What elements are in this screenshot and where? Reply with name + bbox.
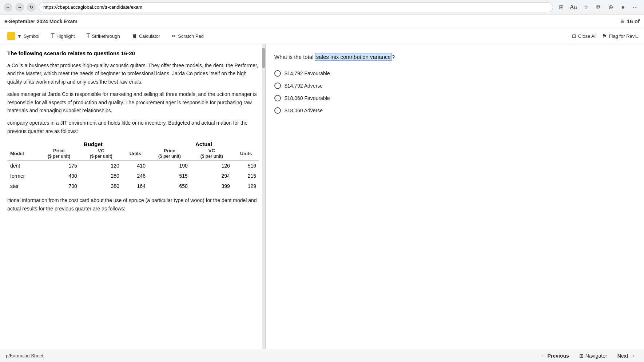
row1-a-price: 190: [148, 161, 191, 171]
strikethrough-icon: T: [87, 33, 90, 39]
data-table: Budget Actual Model Price($ per unit) VC…: [7, 140, 259, 191]
row3-a-units: 129: [233, 181, 259, 191]
question-text: What is the total sales mix contribution…: [274, 53, 635, 61]
col-a-price: Price($ per unit): [148, 148, 191, 161]
scenario-para-1: a Co is a business that produces high-qu…: [7, 61, 259, 86]
right-panel: What is the total sales mix contribution…: [266, 44, 644, 349]
scrollbar-track[interactable]: [262, 44, 265, 349]
symbol-box: [7, 32, 15, 40]
previous-button[interactable]: ← Previous: [538, 351, 572, 360]
option-3-label: $18,060 Favourable: [285, 95, 330, 101]
row1-b-vc: 120: [80, 161, 122, 171]
row1-model: dent: [7, 161, 38, 171]
row3-model: ster: [7, 181, 38, 191]
col-a-vc: VC($ per unit): [191, 148, 233, 161]
col-b-vc: VC($ per unit): [80, 148, 122, 161]
translate-icon[interactable]: ⊞: [556, 2, 566, 12]
table-row: ster 700 380 164 650 399 129: [7, 181, 259, 191]
collections-icon[interactable]: ⧉: [593, 2, 603, 12]
forward-button[interactable]: →: [15, 3, 24, 12]
row3-b-units: 164: [122, 181, 148, 191]
symbol-tool[interactable]: ▼ Symbol: [4, 31, 42, 41]
radio-opt3[interactable]: [274, 95, 281, 101]
close-all-icon: ⊡: [572, 33, 576, 39]
row1-a-units: 516: [233, 161, 259, 171]
refresh-button[interactable]: ↻: [27, 3, 36, 12]
col-model: Model: [7, 148, 38, 161]
budget-group-header: Budget: [38, 140, 148, 148]
formulae-link[interactable]: p/Formulae Sheet: [6, 353, 43, 358]
exam-header: e-September 2024 Mock Exam 🖥 16 of: [0, 15, 644, 28]
table-row: former 490 280 246 515 294 215: [7, 171, 259, 181]
highlight-tool[interactable]: T Highlight: [48, 31, 77, 41]
row3-a-price: 650: [148, 181, 191, 191]
previous-arrow-icon: ←: [541, 353, 546, 359]
row3-b-price: 700: [38, 181, 80, 191]
option-2[interactable]: $14,792 Adverse: [274, 83, 635, 89]
flag-icon: ⚑: [602, 33, 607, 39]
star-icon[interactable]: ☆: [581, 2, 591, 12]
option-2-label: $14,792 Adverse: [285, 83, 323, 89]
calculator-tool[interactable]: 🖩 Calculator: [129, 32, 163, 41]
nav-buttons: ← Previous ⊞ Navigator Next →: [538, 351, 638, 360]
main-content: The following scenario relates to questi…: [0, 44, 644, 349]
next-arrow-icon: →: [630, 353, 635, 359]
option-3[interactable]: $18,060 Favourable: [274, 95, 635, 101]
row2-b-vc: 280: [80, 171, 122, 181]
row3-a-vc: 399: [191, 181, 233, 191]
option-1-label: $14,792 Favourable: [285, 71, 330, 76]
menu-icon[interactable]: ···: [630, 2, 640, 12]
actual-group-header: Actual: [148, 140, 259, 148]
next-button[interactable]: Next →: [615, 351, 638, 360]
table-row: dent 175 120 410 190 126 516: [7, 161, 259, 171]
row2-a-vc: 294: [191, 171, 233, 181]
left-panel: The following scenario relates to questi…: [0, 44, 266, 349]
radio-opt1[interactable]: [274, 70, 281, 77]
option-1[interactable]: $14,792 Favourable: [274, 70, 635, 77]
grid-icon: ⊞: [579, 353, 584, 359]
row2-b-units: 246: [122, 171, 148, 181]
exam-title: e-September 2024 Mock Exam: [4, 19, 77, 24]
option-4-label: $18,060 Adverse: [285, 108, 323, 113]
highlight-icon: T: [51, 33, 55, 39]
row2-a-units: 215: [233, 171, 259, 181]
row1-b-price: 175: [38, 161, 80, 171]
calculator-icon: 🖩: [132, 33, 137, 39]
answer-options: $14,792 Favourable $14,792 Adverse $18,0…: [274, 70, 635, 114]
read-icon[interactable]: Aа: [568, 2, 579, 12]
toolbar: ▼ Symbol T Highlight T Strikethrough 🖩 C…: [0, 28, 644, 44]
flag-tool[interactable]: ⚑ Flag for Revi...: [602, 33, 640, 39]
col-a-units: Units: [233, 148, 259, 161]
symbol-dropdown-icon: ▼: [17, 33, 22, 39]
monitor-icon: 🖥: [620, 19, 625, 24]
scenario-para-3: company operates in a JIT environment an…: [7, 119, 259, 135]
address-bar[interactable]: [39, 2, 553, 12]
back-button[interactable]: ←: [4, 3, 12, 12]
radio-opt4[interactable]: [274, 107, 281, 114]
scenario-para-2: sales manager at Jarda Co is responsible…: [7, 90, 259, 114]
extensions-icon[interactable]: ⊕: [605, 2, 616, 12]
scrollbar-thumb[interactable]: [262, 48, 265, 68]
strikethrough-tool[interactable]: T Strikethrough: [84, 31, 123, 41]
row2-b-price: 490: [38, 171, 80, 181]
question-counter: 16 of: [627, 18, 640, 24]
profile-icon[interactable]: ●: [618, 2, 628, 12]
col-b-units: Units: [122, 148, 148, 161]
option-4[interactable]: $18,060 Adverse: [274, 107, 635, 114]
pencil-icon: ✏: [172, 33, 176, 39]
radio-opt2[interactable]: [274, 83, 281, 89]
navigator-button[interactable]: ⊞ Navigator: [579, 353, 607, 359]
scratch-pad-tool[interactable]: ✏ Scratch Pad: [169, 32, 207, 40]
close-all-tool[interactable]: ⊡ Close All: [572, 33, 597, 39]
row1-b-units: 410: [122, 161, 148, 171]
scenario-heading: The following scenario relates to questi…: [7, 50, 259, 56]
row2-model: former: [7, 171, 38, 181]
highlighted-phrase: sales mix contribution variance: [315, 53, 392, 61]
browser-bar: ← → ↻ ⊞ Aа ☆ ⧉ ⊕ ● ···: [0, 0, 644, 15]
bottom-bar: p/Formulae Sheet ← Previous ⊞ Navigator …: [0, 349, 644, 362]
row1-a-vc: 126: [191, 161, 233, 171]
additional-text: itional information from the cost card a…: [7, 196, 259, 213]
col-b-price: Price($ per unit): [38, 148, 80, 161]
row2-a-price: 515: [148, 171, 191, 181]
table-model-header: [7, 140, 38, 148]
